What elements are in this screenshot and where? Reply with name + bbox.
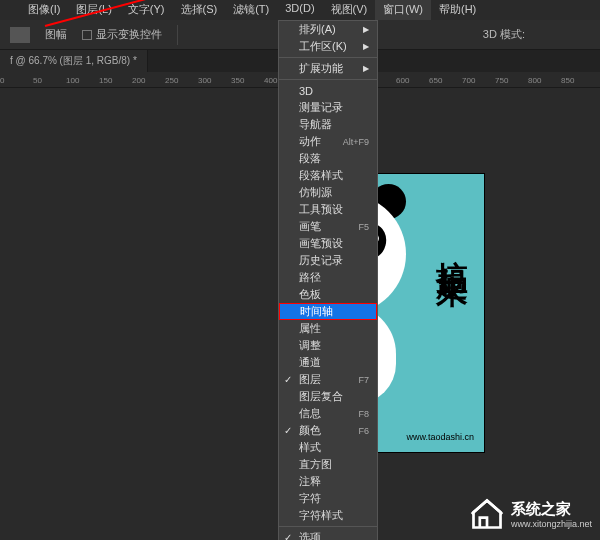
menu-item-label: 色板 [299,287,321,302]
check-icon: ✓ [284,532,292,540]
menu-item-label: 段落样式 [299,168,343,183]
ruler-tick: 850 [561,76,574,85]
menu-select[interactable]: 选择(S) [173,0,226,20]
menu-item-label: 段落 [299,151,321,166]
menu-item-label: 字符 [299,491,321,506]
menu-item[interactable]: 信息F8 [279,405,377,422]
menu-item[interactable]: ✓图层F7 [279,371,377,388]
menu-item[interactable]: 排列(A)▶ [279,21,377,38]
house-icon [469,496,505,532]
document-tab[interactable]: f @ 66.7% (图层 1, RGB/8) * [0,50,148,72]
menu-separator [279,79,377,80]
menu-filter[interactable]: 滤镜(T) [225,0,277,20]
menu-item[interactable]: 时间轴 [279,303,377,320]
menu-item-label: 注释 [299,474,321,489]
menu-item[interactable]: 导航器 [279,116,377,133]
transform-controls-toggle[interactable]: 显示变换控件 [82,27,162,42]
menu-item-label: 动作 [299,134,321,149]
menu-item[interactable]: 样式 [279,439,377,456]
menu-item[interactable]: 段落样式 [279,167,377,184]
ruler-tick: 50 [33,76,42,85]
menu-item-label: 测量记录 [299,100,343,115]
menu-item[interactable]: 通道 [279,354,377,371]
ruler-tick: 750 [495,76,508,85]
menu-3d[interactable]: 3D(D) [277,0,322,20]
ruler-tick: 700 [462,76,475,85]
menu-image[interactable]: 图像(I) [20,0,68,20]
watermark-url: www.xitongzhijia.net [511,519,592,529]
menu-item-label: 仿制源 [299,185,332,200]
submenu-arrow-icon: ▶ [363,64,369,73]
ruler-tick: 350 [231,76,244,85]
mode-3d-label: 3D 模式: [483,27,525,42]
ruler-tick: 250 [165,76,178,85]
menu-item-label: 属性 [299,321,321,336]
menu-item-label: 画笔预设 [299,236,343,251]
menu-item[interactable]: 注释 [279,473,377,490]
menu-item[interactable]: ✓颜色F6 [279,422,377,439]
menu-item-label: 时间轴 [300,304,333,319]
menu-item-label: 调整 [299,338,321,353]
menu-item[interactable]: 测量记录 [279,99,377,116]
shortcut-label: F6 [358,426,369,436]
menu-item-label: 选项 [299,530,321,540]
menu-separator [279,526,377,527]
menu-item-label: 历史记录 [299,253,343,268]
menu-item[interactable]: 扩展功能▶ [279,60,377,77]
menu-item[interactable]: 字符样式 [279,507,377,524]
menu-item[interactable]: 动作Alt+F9 [279,133,377,150]
menu-item-label: 字符样式 [299,508,343,523]
toolbar-label: 图幅 [45,27,67,42]
watermark-title: 系统之家 [511,500,592,519]
checkbox-label: 显示变换控件 [96,27,162,42]
canvas-url: www.taodashi.cn [406,432,474,442]
check-icon: ✓ [284,374,292,385]
menu-item[interactable]: 画笔预设 [279,235,377,252]
menu-item[interactable]: 仿制源 [279,184,377,201]
menu-item-label: 图层 [299,372,321,387]
ruler-tick: 200 [132,76,145,85]
menu-item[interactable]: 工作区(K)▶ [279,38,377,55]
menu-help[interactable]: 帮助(H) [431,0,484,20]
shortcut-label: F8 [358,409,369,419]
menu-item-label: 直方图 [299,457,332,472]
menu-window[interactable]: 窗口(W) [375,0,431,20]
menu-item-label: 信息 [299,406,321,421]
menu-item-label: 颜色 [299,423,321,438]
menu-separator [279,57,377,58]
shortcut-label: Alt+F9 [343,137,369,147]
menu-item[interactable]: 字符 [279,490,377,507]
checkbox-icon [82,30,92,40]
ruler-tick: 650 [429,76,442,85]
menubar: 图像(I) 图层(L) 文字(Y) 选择(S) 滤镜(T) 3D(D) 视图(V… [0,0,600,20]
menu-item-label: 导航器 [299,117,332,132]
menu-item[interactable]: 工具预设 [279,201,377,218]
menu-item[interactable]: 路径 [279,269,377,286]
menu-item-label: 扩展功能 [299,61,343,76]
menu-item[interactable]: 段落 [279,150,377,167]
menu-item-label: 通道 [299,355,321,370]
menu-item-label: 图层复合 [299,389,343,404]
menu-item[interactable]: ✓选项 [279,529,377,540]
menu-item[interactable]: 直方图 [279,456,377,473]
ruler-tick: 600 [396,76,409,85]
tool-icon[interactable] [10,27,30,43]
menu-item[interactable]: 历史记录 [279,252,377,269]
ruler-tick: 300 [198,76,211,85]
menu-item-label: 工作区(K) [299,39,347,54]
submenu-arrow-icon: ▶ [363,42,369,51]
menu-item-label: 工具预设 [299,202,343,217]
canvas-text: 搞起来 [430,234,474,258]
ruler-tick: 150 [99,76,112,85]
separator [177,25,178,45]
shortcut-label: F5 [358,222,369,232]
menu-item[interactable]: 色板 [279,286,377,303]
menu-item[interactable]: 3D [279,82,377,99]
menu-item-label: 路径 [299,270,321,285]
menu-item[interactable]: 画笔F5 [279,218,377,235]
menu-item-label: 3D [299,85,313,97]
menu-view[interactable]: 视图(V) [323,0,376,20]
menu-item[interactable]: 属性 [279,320,377,337]
menu-item[interactable]: 图层复合 [279,388,377,405]
menu-item[interactable]: 调整 [279,337,377,354]
